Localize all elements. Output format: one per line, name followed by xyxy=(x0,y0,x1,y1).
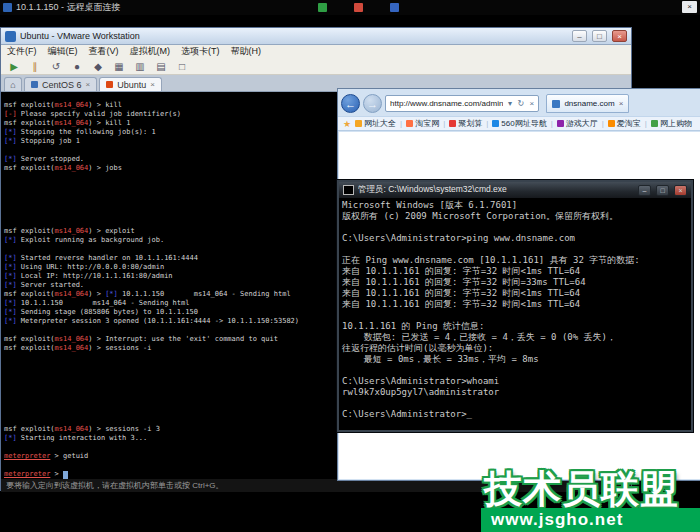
cmd-close-button[interactable]: × xyxy=(674,185,687,196)
vm-tab-label: Ubuntu xyxy=(117,80,146,90)
vmware-status-hint: 要将输入定向到该虚拟机，请在虚拟机内部单击或按 Ctrl+G。 xyxy=(6,480,224,491)
cmd-window-title: 管理员: C:\Windows\system32\cmd.exe xyxy=(358,184,633,196)
favorite-item[interactable]: 爱淘宝 xyxy=(608,118,641,129)
terminal-line xyxy=(342,244,691,255)
vmware-toolbar: ▶∥↺●◆▦▥▤□ xyxy=(1,58,631,75)
favorite-label: 网址大全 xyxy=(364,118,396,129)
vmware-menu-item[interactable]: 虚拟机(M) xyxy=(130,45,171,58)
cmd-minimize-button[interactable]: – xyxy=(638,185,651,196)
favorite-site-icon xyxy=(492,120,499,127)
vmware-menu-item[interactable]: 帮助(H) xyxy=(231,45,262,58)
refresh-icon[interactable]: ↻ xyxy=(516,99,525,108)
vm-tab-os-icon xyxy=(106,81,113,88)
vmware-menu-item[interactable]: 查看(V) xyxy=(89,45,119,58)
cmd-window: 管理员: C:\Windows\system32\cmd.exe – □ × M… xyxy=(337,180,693,432)
terminal-line xyxy=(342,310,691,321)
back-button[interactable]: ← xyxy=(341,94,360,113)
power-icon[interactable]: ▶ xyxy=(7,61,21,72)
vmware-maximize-button[interactable]: □ xyxy=(592,30,607,42)
vmware-menu-item[interactable]: 文件(F) xyxy=(7,45,37,58)
favorites-separator: | xyxy=(486,119,488,128)
watermark-banner: www.jsgho.net xyxy=(481,508,700,532)
favorite-site-icon xyxy=(406,120,413,127)
terminal-cursor xyxy=(63,471,68,479)
browser-navigation-bar: ← → http://www.dnsname.com/admin ▾ ↻ × d… xyxy=(338,89,700,116)
terminal-line: 来自 10.1.1.161 的回复: 字节=32 时间<1ms TTL=64 xyxy=(342,299,691,310)
favorites-star-icon[interactable]: ★ xyxy=(343,119,351,129)
forward-button[interactable]: → xyxy=(363,94,382,113)
vm-tab-ubuntu[interactable]: Ubuntu× xyxy=(99,77,162,91)
rdp-indicator-green-icon[interactable] xyxy=(318,3,327,12)
favorite-item[interactable]: 聚划算 xyxy=(449,118,482,129)
rdp-close-button[interactable]: × xyxy=(682,1,697,13)
watermark-site-url: www.jsgho.net xyxy=(491,510,623,530)
favorite-label: 560网址导航 xyxy=(501,118,546,129)
favorites-separator: | xyxy=(645,119,647,128)
terminal-line: 正在 Ping www.dnsname.com [10.1.1.161] 具有 … xyxy=(342,255,691,266)
reset-icon[interactable]: ↺ xyxy=(49,61,63,72)
terminal-line: 来自 10.1.1.161 的回复: 字节=32 时间<1ms TTL=64 xyxy=(342,266,691,277)
terminal-line: 来自 10.1.1.161 的回复: 字节=32 时间=33ms TTL=64 xyxy=(342,277,691,288)
vm-tab-centos-6[interactable]: CentOS 6× xyxy=(24,77,97,91)
favorite-label: 网上购物 xyxy=(660,118,692,129)
favorites-separator: | xyxy=(400,119,402,128)
favorite-item[interactable]: 网址大全 xyxy=(355,118,396,129)
terminal-line xyxy=(342,222,691,233)
snapshot-icon[interactable]: ● xyxy=(70,61,84,72)
terminal-line: 最短 = 0ms，最长 = 33ms，平均 = 8ms xyxy=(342,354,691,365)
vmware-menu-item[interactable]: 编辑(E) xyxy=(48,45,78,58)
favorite-item[interactable]: 淘宝网 xyxy=(406,118,439,129)
vm-home-tab[interactable]: ⌂ xyxy=(4,77,22,91)
rdp-indicator-red-icon[interactable] xyxy=(354,3,363,12)
terminal-line: 版权所有 (c) 2009 Microsoft Corporation。保留所有… xyxy=(342,211,691,222)
cmd-terminal[interactable]: Microsoft Windows [版本 6.1.7601]版权所有 (c) … xyxy=(339,198,691,430)
cmd-icon xyxy=(343,185,354,195)
terminal-line xyxy=(342,398,691,409)
terminal-line: rwl9k7x0up5gyl7\administrator xyxy=(342,387,691,398)
favorites-list: 网址大全|淘宝网|聚划算|560网址导航|游戏大厅|爱淘宝|网上购物 xyxy=(355,118,692,129)
address-url[interactable]: http://www.dnsname.com/admin xyxy=(390,99,503,108)
tab-close-icon[interactable]: × xyxy=(619,99,624,108)
vmware-menu-item[interactable]: 选项卡(T) xyxy=(181,45,220,58)
vmware-titlebar[interactable]: Ubuntu - VMware Workstation – □ × xyxy=(1,28,631,45)
favorite-item[interactable]: 560网址导航 xyxy=(492,118,546,129)
favorites-separator: | xyxy=(551,119,553,128)
favorite-label: 游戏大厅 xyxy=(566,118,598,129)
fullscreen-icon[interactable]: □ xyxy=(175,61,189,72)
vmware-minimize-button[interactable]: – xyxy=(572,30,587,42)
rdp-indicator-blue-icon[interactable] xyxy=(390,3,399,12)
favorite-item[interactable]: 网上购物 xyxy=(651,118,692,129)
favorite-label: 爱淘宝 xyxy=(617,118,641,129)
revert-snapshot-icon[interactable]: ◆ xyxy=(91,61,105,72)
address-dropdown-icon[interactable]: ▾ xyxy=(505,99,514,108)
favorite-item[interactable]: 游戏大厅 xyxy=(557,118,598,129)
terminal-line: 往返行程的估计时间(以毫秒为单位): xyxy=(342,343,691,354)
vmware-close-button[interactable]: × xyxy=(612,30,627,42)
rdp-connection-bar: 10.1.1.150 - 远程桌面连接 × xyxy=(0,0,700,15)
terminal-line xyxy=(342,365,691,376)
favorite-label: 淘宝网 xyxy=(415,118,439,129)
vmware-menubar: 文件(F)编辑(E)查看(V)虚拟机(M)选项卡(T)帮助(H) xyxy=(1,45,631,58)
cmd-titlebar[interactable]: 管理员: C:\Windows\system32\cmd.exe – □ × xyxy=(339,182,691,198)
terminal-line: C:\Users\Administrator>_ xyxy=(342,409,691,420)
vmware-window-title: Ubuntu - VMware Workstation xyxy=(20,31,567,41)
library-panel-icon[interactable]: ▥ xyxy=(133,61,147,72)
browser-tab[interactable]: dnsname.com × xyxy=(546,94,629,113)
address-bar[interactable]: http://www.dnsname.com/admin ▾ ↻ × xyxy=(385,95,539,112)
terminal-line: 数据包: 已发送 = 4，已接收 = 4，丢失 = 0 (0% 丢失)， xyxy=(342,332,691,343)
stop-icon[interactable]: × xyxy=(527,99,536,108)
favorites-bar: ★ 网址大全|淘宝网|聚划算|560网址导航|游戏大厅|爱淘宝|网上购物 xyxy=(338,116,700,131)
vmware-logo-icon xyxy=(5,31,16,42)
favorites-separator: | xyxy=(443,119,445,128)
cmd-maximize-button[interactable]: □ xyxy=(656,185,669,196)
console-view-icon[interactable]: ▤ xyxy=(154,61,168,72)
vm-tab-close-icon[interactable]: × xyxy=(150,80,155,89)
snapshot-manager-icon[interactable]: ▦ xyxy=(112,61,126,72)
vm-tab-close-icon[interactable]: × xyxy=(86,80,91,89)
vm-tab-os-icon xyxy=(31,81,38,88)
rdp-connection-icon xyxy=(3,3,12,12)
suspend-icon[interactable]: ∥ xyxy=(28,61,42,72)
favorite-site-icon xyxy=(608,120,615,127)
favorite-site-icon xyxy=(449,120,456,127)
terminal-line: 10.1.1.161 的 Ping 统计信息: xyxy=(342,321,691,332)
